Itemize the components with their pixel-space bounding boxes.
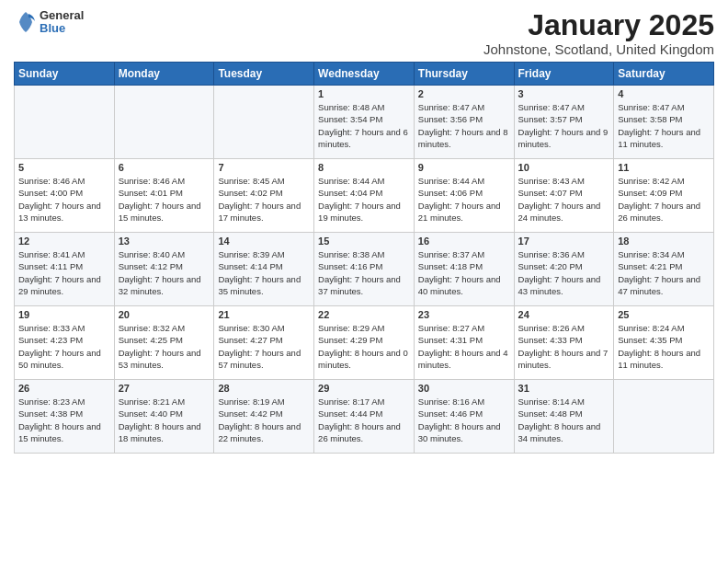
sunset: Sunset: 4:16 PM [318,261,382,271]
daylight: Daylight: 8 hours and 30 minutes. [418,421,501,443]
main-title: January 2025 [483,9,714,41]
daylight: Daylight: 8 hours and 18 minutes. [119,421,201,443]
day-number: 14 [218,236,310,247]
daylight: Daylight: 8 hours and 7 minutes. [518,348,609,370]
sunrise: Sunrise: 8:48 AM [318,102,384,112]
daylight: Daylight: 7 hours and 24 minutes. [518,201,601,223]
sunset: Sunset: 4:48 PM [518,408,583,419]
day-info: Sunrise: 8:46 AM Sunset: 4:01 PM Dayligh… [119,175,210,224]
sunrise: Sunrise: 8:44 AM [318,176,384,186]
sunrise: Sunrise: 8:46 AM [119,176,185,186]
day-number: 12 [18,236,110,247]
header-sunday: Sunday [15,63,115,86]
logo-icon [14,10,38,34]
daylight: Daylight: 7 hours and 9 minutes. [518,127,609,149]
calendar-week-row: 19 Sunrise: 8:33 AM Sunset: 4:23 PM Dayl… [15,306,714,380]
calendar-week-row: 1 Sunrise: 8:48 AM Sunset: 3:54 PM Dayli… [15,86,714,159]
day-number: 28 [218,383,310,394]
sunset: Sunset: 4:14 PM [218,261,282,271]
day-number: 24 [518,309,610,320]
weekday-header-row: Sunday Monday Tuesday Wednesday Thursday… [15,63,714,86]
sunrise: Sunrise: 8:27 AM [418,323,484,333]
calendar-cell: 4 Sunrise: 8:47 AM Sunset: 3:58 PM Dayli… [614,86,714,159]
daylight: Daylight: 7 hours and 32 minutes. [119,274,201,296]
sunset: Sunset: 4:46 PM [418,408,483,419]
day-info: Sunrise: 8:33 AM Sunset: 4:23 PM Dayligh… [18,322,110,371]
day-number: 2 [418,88,510,99]
calendar-cell [114,86,214,159]
daylight: Daylight: 7 hours and 40 minutes. [418,274,501,296]
daylight: Daylight: 7 hours and 8 minutes. [418,127,508,149]
calendar-cell: 7 Sunrise: 8:45 AM Sunset: 4:02 PM Dayli… [214,159,314,233]
sunset: Sunset: 4:25 PM [119,335,183,345]
sunset: Sunset: 4:09 PM [618,188,682,198]
calendar-cell: 30 Sunrise: 8:16 AM Sunset: 4:46 PM Dayl… [414,380,514,454]
day-info: Sunrise: 8:19 AM Sunset: 4:42 PM Dayligh… [218,396,310,444]
sunrise: Sunrise: 8:16 AM [418,396,484,407]
day-info: Sunrise: 8:37 AM Sunset: 4:18 PM Dayligh… [418,248,510,297]
daylight: Daylight: 7 hours and 50 minutes. [18,348,101,370]
calendar-cell: 20 Sunrise: 8:32 AM Sunset: 4:25 PM Dayl… [114,306,214,380]
day-number: 7 [218,162,310,173]
day-info: Sunrise: 8:44 AM Sunset: 4:04 PM Dayligh… [318,175,410,224]
sunset: Sunset: 4:33 PM [518,335,583,345]
day-number: 30 [418,383,510,394]
sunrise: Sunrise: 8:14 AM [518,396,585,407]
day-number: 25 [618,309,710,320]
day-info: Sunrise: 8:41 AM Sunset: 4:11 PM Dayligh… [18,248,110,297]
day-number: 21 [218,309,310,320]
sunset: Sunset: 4:44 PM [318,408,382,419]
header-monday: Monday [114,63,214,86]
sunset: Sunset: 4:11 PM [18,261,83,271]
sunrise: Sunrise: 8:45 AM [218,176,284,186]
sunrise: Sunrise: 8:26 AM [518,323,585,333]
day-number: 26 [18,383,110,394]
daylight: Daylight: 8 hours and 15 minutes. [18,421,101,443]
day-info: Sunrise: 8:14 AM Sunset: 4:48 PM Dayligh… [518,396,610,444]
calendar-cell: 23 Sunrise: 8:27 AM Sunset: 4:31 PM Dayl… [414,306,514,380]
day-info: Sunrise: 8:36 AM Sunset: 4:20 PM Dayligh… [518,248,610,297]
sunset: Sunset: 4:35 PM [618,335,682,345]
sunrise: Sunrise: 8:44 AM [418,176,484,186]
calendar-cell: 6 Sunrise: 8:46 AM Sunset: 4:01 PM Dayli… [114,159,214,233]
calendar-cell: 1 Sunrise: 8:48 AM Sunset: 3:54 PM Dayli… [314,86,415,159]
day-info: Sunrise: 8:29 AM Sunset: 4:29 PM Dayligh… [318,322,410,371]
day-number: 19 [18,309,110,320]
calendar-cell [214,86,314,159]
sunrise: Sunrise: 8:40 AM [119,249,185,259]
daylight: Daylight: 7 hours and 29 minutes. [18,274,101,296]
sunrise: Sunrise: 8:42 AM [618,176,684,186]
sunrise: Sunrise: 8:37 AM [418,249,484,259]
sunrise: Sunrise: 8:47 AM [418,102,484,112]
daylight: Daylight: 7 hours and 53 minutes. [119,348,201,370]
calendar-cell: 14 Sunrise: 8:39 AM Sunset: 4:14 PM Dayl… [214,233,314,306]
calendar-cell: 28 Sunrise: 8:19 AM Sunset: 4:42 PM Dayl… [214,380,314,454]
daylight: Daylight: 7 hours and 47 minutes. [618,274,700,296]
daylight: Daylight: 7 hours and 37 minutes. [318,274,401,296]
day-number: 6 [119,162,210,173]
calendar-cell [614,380,714,454]
sunrise: Sunrise: 8:32 AM [119,323,185,333]
main-container: General Blue January 2025 Johnstone, Sco… [0,0,728,458]
sunset: Sunset: 4:01 PM [119,188,183,198]
calendar-cell: 15 Sunrise: 8:38 AM Sunset: 4:16 PM Dayl… [314,233,415,306]
day-number: 27 [119,383,210,394]
daylight: Daylight: 7 hours and 6 minutes. [318,127,408,149]
day-info: Sunrise: 8:17 AM Sunset: 4:44 PM Dayligh… [318,396,410,444]
calendar-cell: 13 Sunrise: 8:40 AM Sunset: 4:12 PM Dayl… [114,233,214,306]
day-info: Sunrise: 8:46 AM Sunset: 4:00 PM Dayligh… [18,175,110,224]
sunset: Sunset: 4:18 PM [418,261,483,271]
calendar-cell: 8 Sunrise: 8:44 AM Sunset: 4:04 PM Dayli… [314,159,415,233]
day-info: Sunrise: 8:30 AM Sunset: 4:27 PM Dayligh… [218,322,310,371]
daylight: Daylight: 8 hours and 22 minutes. [218,421,301,443]
sunrise: Sunrise: 8:43 AM [518,176,585,186]
daylight: Daylight: 7 hours and 11 minutes. [618,127,700,149]
sunset: Sunset: 4:42 PM [218,408,282,419]
calendar-cell: 22 Sunrise: 8:29 AM Sunset: 4:29 PM Dayl… [314,306,415,380]
sunrise: Sunrise: 8:33 AM [18,323,85,333]
header-thursday: Thursday [414,63,514,86]
sunset: Sunset: 4:04 PM [318,188,382,198]
day-number: 13 [119,236,210,247]
subtitle: Johnstone, Scotland, United Kingdom [483,41,714,57]
sunrise: Sunrise: 8:30 AM [218,323,284,333]
